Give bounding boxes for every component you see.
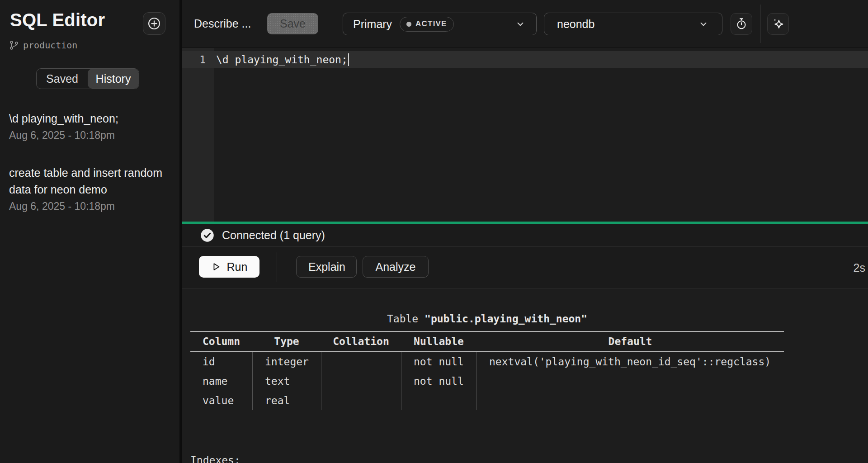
plus-circle-icon <box>147 17 161 30</box>
branch-name: production <box>23 40 77 51</box>
status-dot-icon <box>406 22 411 27</box>
history-item[interactable]: create table and insert random data for … <box>0 165 181 213</box>
history-item-timestamp: Aug 6, 2025 - 10:18pm <box>9 128 171 142</box>
line-number: 1 <box>182 54 206 66</box>
table-cell <box>476 391 784 410</box>
explain-button[interactable]: Explain <box>296 256 357 278</box>
query-title: Describe ... <box>194 0 251 47</box>
branch-selector-dropdown[interactable]: Primary ACTIVE <box>343 13 537 35</box>
stopwatch-icon <box>735 18 748 30</box>
tab-history[interactable]: History <box>88 69 139 89</box>
code-editor[interactable]: 1 \d playing_with_neon; <box>182 47 868 222</box>
query-timer-button[interactable] <box>731 13 752 35</box>
toolbar-divider <box>277 252 277 282</box>
history-item-title: \d playing_with_neon; <box>9 110 171 127</box>
table-cell <box>321 352 401 371</box>
analyze-button[interactable]: Analyze <box>363 256 429 278</box>
table-cell: nextval('playing_with_neon_id_seq'::regc… <box>476 352 784 371</box>
tab-saved[interactable]: Saved <box>37 69 88 89</box>
git-branch-icon <box>9 40 19 50</box>
main-panel: Describe ... Save Primary ACTIVE neondb <box>182 0 868 463</box>
indexes-label: Indexes: <box>190 451 521 463</box>
query-toolbar: Run Explain Analyze 2s <box>182 247 868 288</box>
table-cell <box>476 371 784 391</box>
topbar: Describe ... Save Primary ACTIVE neondb <box>182 0 868 47</box>
sparkles-icon <box>771 17 785 31</box>
column-header: Collation <box>321 332 401 351</box>
chevron-down-icon <box>514 18 526 30</box>
results-panel: Table "public.playing_with_neon" Column … <box>182 288 868 463</box>
connection-statusbar: Connected (1 query) <box>182 224 868 247</box>
table-cell <box>321 371 401 391</box>
save-button[interactable]: Save <box>267 13 318 34</box>
run-button-label: Run <box>227 260 248 274</box>
table-cell: integer <box>252 352 321 371</box>
ai-assist-button[interactable] <box>767 13 789 35</box>
table-cell <box>321 391 401 410</box>
topbar-divider <box>332 0 332 47</box>
table-cell: text <box>252 371 321 391</box>
run-button[interactable]: Run <box>199 256 259 278</box>
column-header: Nullable <box>401 332 476 351</box>
history-item-timestamp: Aug 6, 2025 - 10:18pm <box>9 199 171 213</box>
query-duration: 2s <box>854 247 865 288</box>
result-table-title: Table "public.playing_with_neon" <box>190 313 784 325</box>
active-line: 1 \d playing_with_neon; <box>182 51 868 68</box>
table-cell: not null <box>401 371 476 391</box>
table-cell: value <box>190 391 252 410</box>
play-icon <box>211 262 221 272</box>
page-title: SQL Editor <box>10 10 105 30</box>
status-badge: ACTIVE <box>400 17 454 32</box>
database-selector-dropdown[interactable]: neondb <box>544 13 722 35</box>
result-rows: id integer not null nextval('playing_wit… <box>190 352 784 410</box>
new-query-button[interactable] <box>143 12 165 35</box>
history-list: \d playing_with_neon; Aug 6, 2025 - 10:1… <box>0 110 181 213</box>
table-cell: id <box>190 352 252 371</box>
topbar-divider <box>760 5 761 43</box>
table-cell <box>401 391 476 410</box>
check-circle-icon <box>200 228 214 242</box>
column-header: Default <box>476 332 784 351</box>
result-header-row: Column Type Collation Nullable Default <box>190 332 784 351</box>
branch-selector-value: Primary <box>353 18 392 31</box>
history-item-title: create table and insert random data for … <box>9 165 171 198</box>
branch-indicator: production <box>9 40 77 51</box>
database-selector-value: neondb <box>557 18 594 31</box>
chevron-down-icon <box>698 18 709 30</box>
text-cursor <box>348 53 349 66</box>
saved-history-tabs: Saved History <box>36 68 139 89</box>
table-cell: real <box>252 391 321 410</box>
code-line: \d playing_with_neon; <box>216 54 348 66</box>
history-item[interactable]: \d playing_with_neon; Aug 6, 2025 - 10:1… <box>0 110 181 142</box>
column-header: Type <box>252 332 321 351</box>
connection-status: Connected (1 query) <box>222 229 325 242</box>
sql-editor-page: SQL Editor production Saved History \d p… <box>0 0 868 463</box>
table-cell: name <box>190 371 252 391</box>
table-cell: not null <box>401 352 476 371</box>
line-number-gutter <box>182 48 214 222</box>
status-badge-label: ACTIVE <box>415 19 447 28</box>
sidebar: SQL Editor production Saved History \d p… <box>0 0 181 463</box>
indexes-section: Indexes: "playing_with_neon_pkey" PRIMAR… <box>190 412 521 463</box>
column-header: Column <box>190 332 252 351</box>
